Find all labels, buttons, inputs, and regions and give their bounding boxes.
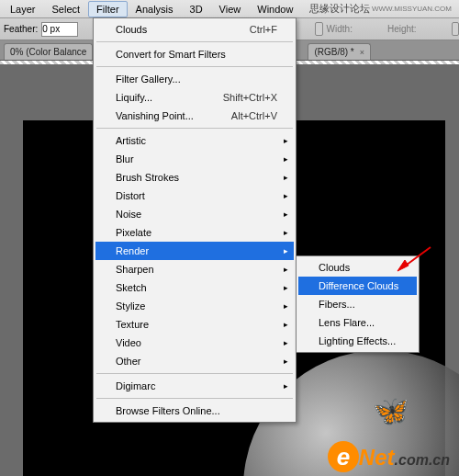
label: Liquify... [116, 92, 152, 103]
label: Digimarc [116, 380, 155, 391]
label: Blur [116, 153, 134, 164]
menu-item-filter-gallery[interactable]: Filter Gallery... [95, 70, 294, 88]
menu-item-clouds-repeat[interactable]: Clouds Ctrl+F [95, 20, 294, 39]
menu-item-sketch[interactable]: Sketch▸ [95, 278, 294, 297]
shortcut: Shift+Ctrl+X [201, 92, 277, 103]
submenu-item-lens-flare[interactable]: Lens Flare... [298, 313, 417, 332]
menu-bar: Layer Select Filter Analysis 3D View Win… [0, 0, 459, 18]
toolbar-icon-2[interactable] [452, 22, 459, 36]
tab-label-2: (RGB/8) * [314, 47, 353, 57]
submenu-arrow-icon: ▸ [284, 357, 288, 366]
submenu-arrow-icon: ▸ [284, 228, 288, 237]
label: Texture [116, 319, 149, 330]
submenu-arrow-icon: ▸ [284, 173, 288, 182]
menu-layer[interactable]: Layer [2, 1, 44, 17]
toolbar-icon-1[interactable] [315, 22, 322, 36]
submenu-arrow-icon: ▸ [284, 210, 288, 219]
watermark-url: WWW.MISSYUAN.COM [372, 5, 452, 13]
label: Other [116, 356, 141, 367]
width-label: Width: [327, 24, 353, 34]
menu-item-texture[interactable]: Texture▸ [95, 315, 294, 334]
submenu-arrow-icon: ▸ [284, 191, 288, 200]
label: Vanishing Point... [116, 110, 194, 121]
menu-item-stylize[interactable]: Stylize▸ [95, 297, 294, 315]
label: Noise [116, 209, 141, 220]
shortcut: Alt+Ctrl+V [209, 110, 277, 121]
submenu-item-clouds[interactable]: Clouds [298, 258, 417, 277]
separator [96, 398, 293, 399]
render-submenu: Clouds Difference Clouds Fibers... Lens … [296, 255, 420, 353]
document-tab-1[interactable]: 0% (Color Balance [4, 43, 93, 60]
tab-label-1: 0% (Color Balance [10, 47, 86, 57]
menu-item-artistic[interactable]: Artistic▸ [95, 131, 294, 150]
document-tab-2[interactable]: (RGB/8) * × [308, 43, 371, 60]
menu-item-browse-online[interactable]: Browse Filters Online... [95, 402, 294, 420]
menu-item-vanishing-point[interactable]: Vanishing Point... Alt+Ctrl+V [95, 107, 294, 125]
submenu-arrow-icon: ▸ [284, 154, 288, 164]
menu-item-render[interactable]: Render▸ [95, 242, 294, 260]
close-icon[interactable]: × [360, 48, 364, 57]
enet-logo: eNet.com.cn [328, 441, 450, 472]
logo-e: e [328, 441, 359, 472]
submenu-arrow-icon: ▸ [284, 136, 288, 145]
height-label: Height: [387, 24, 417, 34]
logo-com: .com.cn [395, 452, 450, 468]
label: Artistic [116, 135, 146, 146]
feather-input[interactable] [41, 22, 78, 37]
submenu-item-lighting-effects[interactable]: Lighting Effects... [298, 332, 417, 350]
butterfly-icon: 🦋 [373, 393, 409, 428]
separator [96, 41, 293, 42]
menu-item-blur[interactable]: Blur▸ [95, 150, 294, 168]
label: Sketch [116, 282, 147, 293]
label: Lens Flare... [319, 317, 375, 328]
menu-3d[interactable]: 3D [182, 1, 211, 17]
watermark: 思缘设计论坛 WWW.MISSYUAN.COM [309, 2, 452, 16]
submenu-arrow-icon: ▸ [284, 265, 288, 274]
label: Fibers... [319, 299, 355, 310]
menu-item-video[interactable]: Video▸ [95, 334, 294, 352]
label: Distort [116, 190, 145, 201]
label: Clouds [319, 262, 350, 273]
submenu-item-fibers[interactable]: Fibers... [298, 295, 417, 313]
label: Pixelate [116, 227, 151, 238]
menu-item-digimarc[interactable]: Digimarc▸ [95, 377, 294, 395]
label: Browse Filters Online... [116, 405, 220, 416]
menu-item-sharpen[interactable]: Sharpen▸ [95, 260, 294, 278]
submenu-arrow-icon: ▸ [284, 301, 288, 311]
label: Clouds [116, 24, 147, 35]
label: Stylize [116, 300, 145, 312]
label: Convert for Smart Filters [116, 49, 226, 60]
submenu-arrow-icon: ▸ [284, 320, 288, 329]
label: Brush Strokes [116, 172, 179, 183]
menu-analysis[interactable]: Analysis [128, 1, 182, 17]
separator [96, 66, 293, 67]
separator [96, 128, 293, 129]
filter-menu: Clouds Ctrl+F Convert for Smart Filters … [93, 17, 297, 423]
menu-item-liquify[interactable]: Liquify... Shift+Ctrl+X [95, 88, 294, 107]
separator [96, 373, 293, 374]
menu-item-noise[interactable]: Noise▸ [95, 205, 294, 223]
label: Sharpen [116, 264, 154, 275]
menu-item-brush-strokes[interactable]: Brush Strokes▸ [95, 168, 294, 187]
submenu-arrow-icon: ▸ [284, 338, 288, 347]
submenu-arrow-icon: ▸ [284, 246, 288, 255]
menu-window[interactable]: Window [249, 1, 301, 17]
menu-filter[interactable]: Filter [88, 1, 127, 17]
menu-item-other[interactable]: Other▸ [95, 352, 294, 370]
label: Difference Clouds [319, 280, 398, 291]
label: Video [116, 337, 141, 348]
menu-item-pixelate[interactable]: Pixelate▸ [95, 223, 294, 242]
menu-view[interactable]: View [211, 1, 250, 17]
submenu-arrow-icon: ▸ [284, 381, 288, 391]
submenu-arrow-icon: ▸ [284, 283, 288, 292]
menu-select[interactable]: Select [44, 1, 89, 17]
menu-item-convert-smart[interactable]: Convert for Smart Filters [95, 45, 294, 63]
label: Lighting Effects... [319, 335, 396, 346]
watermark-cn: 思缘设计论坛 [309, 2, 370, 16]
label: Filter Gallery... [116, 74, 181, 85]
label: Render [116, 245, 149, 256]
menu-item-distort[interactable]: Distort▸ [95, 187, 294, 205]
feather-label: Feather: [4, 24, 38, 34]
submenu-item-difference-clouds[interactable]: Difference Clouds [298, 277, 417, 295]
logo-net: Net [359, 445, 395, 470]
